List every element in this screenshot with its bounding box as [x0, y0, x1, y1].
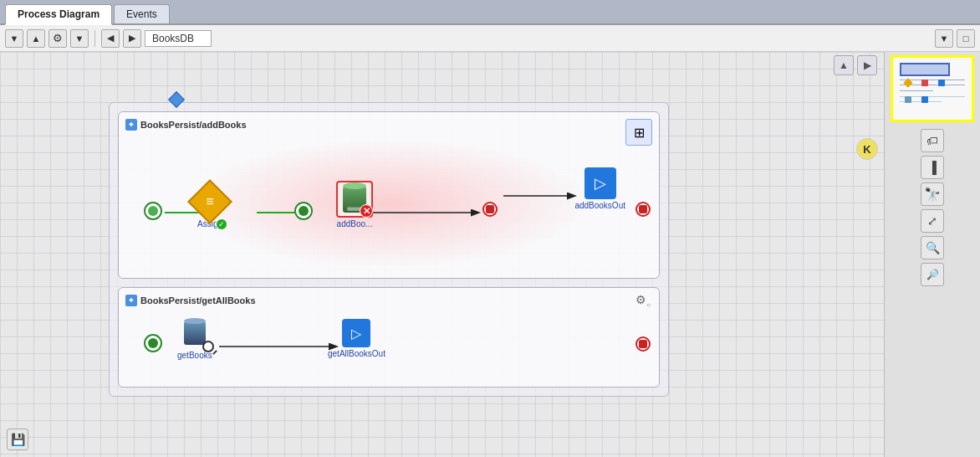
- addbooksout-node[interactable]: ▷ addBooksOut: [574, 167, 625, 210]
- end-inner-3: [639, 340, 647, 348]
- zoom-out-btn[interactable]: 🔎: [921, 263, 944, 286]
- search-glass-icon: [202, 341, 214, 352]
- assign-icon: ≡: [206, 194, 213, 209]
- maximize-btn[interactable]: □: [957, 29, 975, 48]
- minimap: [891, 55, 974, 122]
- toolbar: ▼ ▲ ⚙ ▼ ◀ ▶ BooksDB ▼ □: [0, 25, 980, 52]
- end-event-3[interactable]: [635, 336, 651, 352]
- process-container: ✦ BooksPersist/addBooks ⊞: [109, 102, 669, 397]
- resize-btn[interactable]: ⤢: [921, 209, 944, 233]
- subprocess-addbooks-label: ✦ BooksPersist/addBooks: [125, 119, 652, 131]
- minimap-db2: [905, 96, 911, 103]
- intermediate-circle: [294, 202, 313, 220]
- save-button[interactable]: 💾: [7, 429, 28, 450]
- canvas-nav-up[interactable]: ▲: [834, 55, 854, 75]
- assign-diamond-shape: ≡: [187, 179, 232, 224]
- start-inner-circle: [148, 206, 158, 216]
- error-highlight: [186, 137, 592, 270]
- getallbooksout-label: getAllBooksOut: [328, 349, 385, 358]
- minimap-out: [938, 80, 945, 86]
- subprocess-getallbooks: ✦ BooksPersist/getAllBooks ⚙○: [118, 287, 660, 388]
- canvas-nav-right[interactable]: ▶: [857, 55, 877, 75]
- getallbooksout-box: ▷: [342, 319, 370, 347]
- tab-events[interactable]: Events: [114, 4, 170, 23]
- addbooks-label: addBoo...: [337, 219, 373, 228]
- getallbooksout-node[interactable]: ▷ getAllBooksOut: [328, 319, 385, 358]
- addbooksout-label: addBooksOut: [574, 201, 625, 210]
- start-event-2[interactable]: [144, 334, 162, 352]
- nav-right-btn[interactable]: ▶: [123, 29, 141, 48]
- minimap-line3: [900, 90, 933, 91]
- minimap-content: [896, 61, 968, 116]
- minimap-selected-box: [900, 63, 950, 76]
- addbooks-db-box: ✕: [336, 181, 373, 218]
- film-btn[interactable]: ▐: [921, 156, 944, 179]
- assign-success-badge: ✓: [216, 218, 227, 230]
- breadcrumb-label: BooksDB: [145, 30, 212, 47]
- addbooks-error-badge: ✕: [360, 204, 373, 218]
- nav-left-btn[interactable]: ◀: [101, 29, 120, 48]
- end-event-circle-1: [482, 202, 498, 217]
- end-event-3-circle: [635, 336, 651, 352]
- assign-node[interactable]: ≡ ✓ Assign: [194, 186, 226, 228]
- main-area: ▲ ▶ ✦ BooksPersist/addBooks ⊞: [0, 52, 980, 457]
- k-label: K: [856, 138, 878, 160]
- right-panel: 🏷 ▐ 🔭 ⤢ 🔍 🔎: [884, 52, 980, 457]
- minimap-db: [921, 80, 928, 86]
- intermediate-event-1[interactable]: [294, 202, 313, 220]
- top-diamond: [171, 94, 182, 105]
- start-event-2-circle: [144, 334, 162, 352]
- getbooks-cylinder: [184, 321, 206, 345]
- tag-btn[interactable]: 🏷: [921, 129, 944, 152]
- getbooks-db: [179, 317, 211, 349]
- separator1: [94, 30, 95, 47]
- subprocess-getallbooks-label: ✦ BooksPersist/getAllBooks: [125, 295, 652, 306]
- intermediate-inner: [299, 206, 309, 216]
- getbooks-node[interactable]: getBooks: [177, 317, 212, 360]
- end-event-1[interactable]: [482, 202, 498, 217]
- canvas-nav: ▲ ▶: [834, 55, 877, 75]
- tab-process-diagram[interactable]: Process Diagram: [5, 4, 112, 25]
- binoculars-btn[interactable]: 🔭: [921, 182, 944, 206]
- canvas-area[interactable]: ▲ ▶ ✦ BooksPersist/addBooks ⊞: [0, 52, 884, 457]
- dropdown-arrow[interactable]: ▼: [70, 29, 89, 48]
- start-event-circle: [144, 202, 162, 220]
- dropdown-btn[interactable]: ▼: [935, 29, 953, 48]
- gear-icon[interactable]: ⚙○: [635, 293, 651, 309]
- settings-btn[interactable]: ⚙: [48, 29, 67, 48]
- end-inner-2: [639, 205, 647, 213]
- subprocess-db-icon: ⊞: [625, 119, 652, 146]
- end-event-circle-2: [635, 202, 651, 217]
- arrow-down-btn[interactable]: ▼: [5, 29, 23, 48]
- subprocess-addbooks: ✦ BooksPersist/addBooks ⊞: [118, 111, 660, 279]
- zoom-in-btn[interactable]: 🔍: [921, 236, 944, 259]
- addbooks-node[interactable]: ✕ addBoo...: [336, 181, 373, 228]
- addbooksout-box: ▷: [584, 167, 616, 199]
- start-event-2-inner: [148, 338, 158, 348]
- start-event-1[interactable]: [144, 202, 162, 220]
- tab-bar: Process Diagram Events: [0, 0, 980, 25]
- end-event-2[interactable]: [635, 202, 651, 217]
- minimap-out2: [921, 96, 928, 103]
- arrow-up-btn[interactable]: ▲: [27, 29, 45, 48]
- end-inner-1: [486, 205, 494, 213]
- top-diamond-shape: [168, 91, 185, 108]
